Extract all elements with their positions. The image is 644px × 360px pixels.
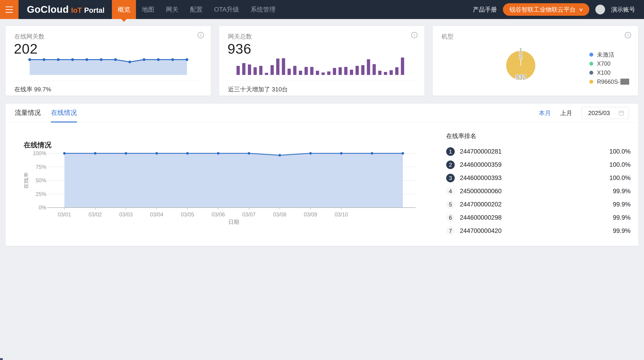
legend-label: 未激活: [597, 51, 614, 58]
legend-label: X700: [597, 60, 610, 67]
legend-label: R9660S-: [597, 78, 629, 85]
hamburger-menu-icon[interactable]: [0, 0, 18, 19]
svg-text:2: 2: [519, 53, 522, 60]
this-month-button[interactable]: 本月: [539, 109, 551, 117]
info-icon[interactable]: [625, 32, 631, 38]
account-name[interactable]: 演示账号: [611, 6, 635, 14]
svg-text:03/05: 03/05: [181, 212, 194, 218]
svg-text:25%: 25%: [36, 191, 46, 197]
legend-dot-icon: [589, 62, 593, 66]
total-gateways-card: 网关总数 936 近三十天增加了 310台: [219, 26, 424, 96]
svg-text:932: 932: [516, 74, 526, 81]
online-rate: 99.9%: [613, 201, 630, 208]
ranking-title: 在线率排名: [446, 132, 630, 139]
svg-text:日期: 日期: [228, 219, 239, 225]
online-gateways-value: 202: [14, 41, 38, 57]
svg-text:100%: 100%: [33, 150, 46, 156]
nav-tab-3[interactable]: 网关: [160, 0, 184, 19]
trend-panel: 流量情况在线情况 本月 上月 2025/03 在线情况 0%25%50%75%1…: [6, 104, 638, 246]
month-picker-value: 2025/03: [588, 109, 618, 117]
svg-text:在线率: 在线率: [24, 172, 29, 189]
logo-text-primary: GoCloud: [27, 4, 69, 15]
rank-badge: 2: [446, 160, 455, 169]
product-manual-link[interactable]: 产品手册: [473, 6, 497, 14]
rank-badge: 1: [446, 147, 455, 156]
models-title: 机型: [442, 33, 454, 41]
online-rate: 100.0%: [609, 174, 630, 182]
legend-dot-icon: [589, 53, 593, 57]
legend-dot-icon: [589, 80, 593, 84]
logo-text-accent: IoT: [71, 6, 82, 15]
online-chart-title: 在线情况: [24, 140, 52, 150]
app-logo: GoCloud IoT Portal: [27, 4, 104, 15]
rank-badge: 6: [446, 213, 455, 222]
user-avatar[interactable]: [595, 5, 605, 14]
svg-text:03/07: 03/07: [242, 212, 256, 218]
logo-text-secondary: Portal: [84, 6, 104, 15]
redacted-text: [620, 79, 629, 85]
corner-artifact: [0, 358, 3, 360]
svg-text:03/09: 03/09: [304, 212, 317, 218]
ranking-row[interactable]: 624460000029899.9%: [446, 211, 630, 224]
svg-text:03/10: 03/10: [334, 212, 348, 218]
svg-text:1: 1: [519, 47, 522, 54]
period-controls: 本月 上月 2025/03: [539, 107, 629, 119]
nav-tab-2[interactable]: 地图: [136, 0, 160, 19]
online-rate: 99.9%: [613, 214, 630, 221]
device-id: 244700000420: [460, 227, 502, 235]
svg-text:50%: 50%: [36, 177, 46, 184]
ranking-row[interactable]: 1244700000281100.0%: [446, 145, 630, 158]
panel-tab-1[interactable]: 流量情况: [15, 104, 41, 122]
svg-text:03/03: 03/03: [119, 212, 133, 218]
growth-footer: 近三十天增加了 310台: [228, 85, 288, 93]
online-rate: 99.9%: [613, 188, 630, 195]
device-id: 244600000393: [460, 174, 502, 182]
svg-text:03/08: 03/08: [273, 212, 286, 218]
rank-badge: 3: [446, 174, 455, 182]
ranking-row[interactable]: 424500000006099.9%: [446, 185, 630, 198]
legend-item-3[interactable]: X100: [589, 69, 629, 76]
navbar-right: 产品手册 锐谷智联工业物联云平台 ∨ 演示账号: [473, 3, 644, 16]
device-id: 245000000060: [460, 188, 502, 195]
calendar-icon: [618, 110, 624, 116]
divider: [228, 81, 416, 81]
legend-item-4[interactable]: R9660S-: [589, 78, 629, 85]
nav-tab-6[interactable]: 系统管理: [245, 0, 282, 19]
online-rate: 100.0%: [609, 161, 630, 168]
online-rate-footer: 在线率 99.7%: [14, 85, 51, 93]
ranking-row[interactable]: 524470000020299.9%: [446, 198, 630, 211]
dashboard-page: GoCloud IoT Portal 概览地图网关配置OTA升级系统管理 产品手…: [0, 0, 644, 360]
info-icon[interactable]: [198, 32, 204, 38]
info-icon[interactable]: [411, 32, 418, 38]
tenant-selector-button[interactable]: 锐谷智联工业物联云平台 ∨: [503, 3, 589, 16]
device-id: 244600000298: [460, 214, 502, 221]
legend-item-1[interactable]: 未激活: [589, 51, 629, 58]
main-nav-tabs: 概览地图网关配置OTA升级系统管理: [112, 0, 282, 19]
online-rate-ranking: 在线率排名 1244700000281100.0%224460000035910…: [446, 132, 630, 238]
ranking-row[interactable]: 2244600000359100.0%: [446, 158, 630, 171]
ranking-row[interactable]: 3244600000393100.0%: [446, 171, 630, 185]
month-picker[interactable]: 2025/03: [582, 107, 629, 119]
svg-text:0%: 0%: [39, 205, 46, 211]
ranking-row[interactable]: 724470000042099.9%: [446, 224, 630, 238]
device-id: 244600000359: [460, 161, 502, 168]
last-month-button[interactable]: 上月: [560, 109, 572, 117]
svg-text:03/01: 03/01: [58, 212, 71, 218]
svg-text:03/06: 03/06: [212, 212, 225, 218]
nav-tab-4[interactable]: 配置: [184, 0, 208, 19]
svg-text:03/02: 03/02: [88, 212, 102, 218]
top-navbar: GoCloud IoT Portal 概览地图网关配置OTA升级系统管理 产品手…: [0, 0, 644, 19]
total-gateways-title: 网关总数: [228, 33, 252, 41]
panel-tab-2[interactable]: 在线情况: [51, 104, 77, 122]
online-rate: 100.0%: [609, 148, 630, 155]
legend-dot-icon: [589, 71, 593, 75]
legend-item-2[interactable]: X700: [589, 60, 629, 67]
models-pie-legend: 未激活X700X100R9660S-: [589, 51, 629, 85]
tenant-name: 锐谷智联工业物联云平台: [510, 6, 576, 14]
nav-tab-5[interactable]: OTA升级: [208, 0, 245, 19]
online-rate: 99.9%: [613, 227, 630, 235]
divider: [14, 81, 202, 81]
nav-tab-1[interactable]: 概览: [112, 0, 136, 19]
svg-text:75%: 75%: [36, 164, 46, 170]
device-id: 244700000281: [460, 148, 502, 155]
